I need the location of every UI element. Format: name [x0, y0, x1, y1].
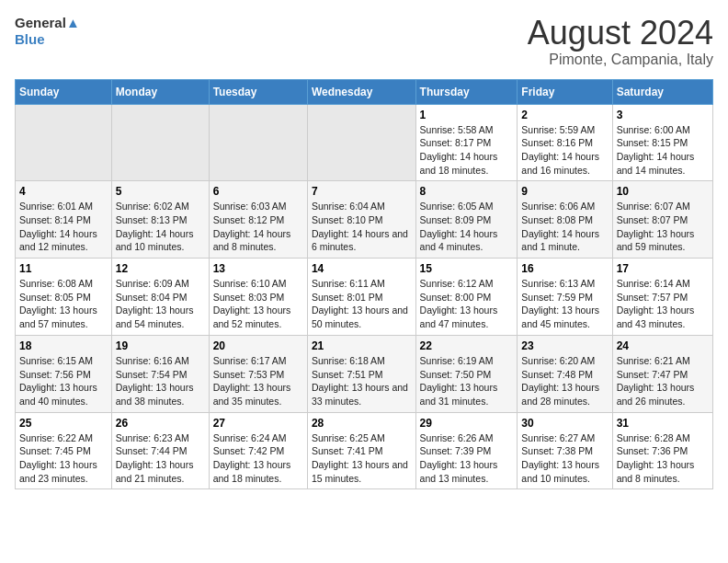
day-number: 11: [19, 262, 108, 275]
day-info: Sunrise: 6:03 AMSunset: 8:12 PMDaylight:…: [213, 201, 291, 252]
day-number: 27: [213, 417, 303, 430]
day-info: Sunrise: 6:13 AMSunset: 7:59 PMDaylight:…: [521, 278, 599, 329]
calendar-week-row: 1 Sunrise: 5:58 AMSunset: 8:17 PMDayligh…: [16, 104, 713, 181]
day-number: 21: [312, 339, 412, 352]
table-row: 2 Sunrise: 5:59 AMSunset: 8:16 PMDayligh…: [518, 104, 612, 181]
day-info: Sunrise: 6:20 AMSunset: 7:48 PMDaylight:…: [521, 355, 599, 407]
table-row: 29 Sunrise: 6:26 AMSunset: 7:39 PMDaylig…: [415, 412, 518, 489]
table-row: [209, 104, 307, 181]
table-row: 3 Sunrise: 6:00 AMSunset: 8:15 PMDayligh…: [612, 104, 712, 181]
table-row: 28 Sunrise: 6:25 AMSunset: 7:41 PMDaylig…: [307, 412, 415, 489]
table-row: [16, 104, 112, 181]
table-row: 1 Sunrise: 5:58 AMSunset: 8:17 PMDayligh…: [415, 104, 518, 181]
day-info: Sunrise: 6:04 AMSunset: 8:10 PMDaylight:…: [312, 201, 408, 252]
calendar-week-row: 4 Sunrise: 6:01 AMSunset: 8:14 PMDayligh…: [16, 181, 713, 259]
day-number: 18: [19, 339, 108, 352]
title-area: August 2024 Pimonte, Campania, Italy: [528, 15, 713, 68]
table-row: 20 Sunrise: 6:17 AMSunset: 7:53 PMDaylig…: [209, 335, 307, 412]
logo-blue-text: Blue: [15, 31, 45, 47]
table-row: 5 Sunrise: 6:02 AMSunset: 8:13 PMDayligh…: [111, 181, 209, 259]
day-info: Sunrise: 6:07 AMSunset: 8:07 PMDaylight:…: [617, 201, 695, 252]
day-info: Sunrise: 6:06 AMSunset: 8:08 PMDaylight:…: [521, 201, 599, 252]
day-info: Sunrise: 6:11 AMSunset: 8:01 PMDaylight:…: [312, 278, 408, 329]
table-row: 4 Sunrise: 6:01 AMSunset: 8:14 PMDayligh…: [16, 181, 112, 259]
logo: General▲ Blue: [15, 15, 80, 47]
table-row: 25 Sunrise: 6:22 AMSunset: 7:45 PMDaylig…: [16, 412, 112, 489]
day-number: 5: [116, 185, 205, 198]
calendar-week-row: 11 Sunrise: 6:08 AMSunset: 8:05 PMDaylig…: [16, 259, 713, 336]
calendar-week-row: 18 Sunrise: 6:15 AMSunset: 7:56 PMDaylig…: [16, 335, 713, 412]
calendar-week-row: 25 Sunrise: 6:22 AMSunset: 7:45 PMDaylig…: [16, 412, 713, 489]
day-number: 30: [521, 417, 608, 430]
calendar-table: Sunday Monday Tuesday Wednesday Thursday…: [15, 79, 713, 490]
page-title: August 2024: [528, 15, 713, 52]
day-number: 28: [312, 417, 412, 430]
day-number: 2: [521, 109, 608, 121]
table-row: 7 Sunrise: 6:04 AMSunset: 8:10 PMDayligh…: [307, 181, 415, 259]
table-row: 14 Sunrise: 6:11 AMSunset: 8:01 PMDaylig…: [307, 259, 415, 336]
table-row: 10 Sunrise: 6:07 AMSunset: 8:07 PMDaylig…: [612, 181, 712, 259]
day-info: Sunrise: 6:01 AMSunset: 8:14 PMDaylight:…: [19, 201, 97, 252]
day-info: Sunrise: 6:17 AMSunset: 7:53 PMDaylight:…: [213, 355, 291, 407]
table-row: 23 Sunrise: 6:20 AMSunset: 7:48 PMDaylig…: [518, 335, 612, 412]
day-info: Sunrise: 6:09 AMSunset: 8:04 PMDaylight:…: [116, 278, 194, 329]
day-info: Sunrise: 6:16 AMSunset: 7:54 PMDaylight:…: [116, 355, 194, 407]
day-info: Sunrise: 6:18 AMSunset: 7:51 PMDaylight:…: [312, 355, 408, 407]
table-row: 21 Sunrise: 6:18 AMSunset: 7:51 PMDaylig…: [307, 335, 415, 412]
day-number: 13: [213, 262, 303, 275]
table-row: 30 Sunrise: 6:27 AMSunset: 7:38 PMDaylig…: [518, 412, 612, 489]
table-row: [307, 104, 415, 181]
day-number: 31: [617, 417, 709, 430]
day-info: Sunrise: 6:02 AMSunset: 8:13 PMDaylight:…: [116, 201, 194, 252]
table-row: 22 Sunrise: 6:19 AMSunset: 7:50 PMDaylig…: [415, 335, 518, 412]
table-row: 26 Sunrise: 6:23 AMSunset: 7:44 PMDaylig…: [111, 412, 209, 489]
day-number: 9: [521, 185, 608, 198]
day-info: Sunrise: 6:23 AMSunset: 7:44 PMDaylight:…: [116, 432, 194, 484]
day-info: Sunrise: 6:12 AMSunset: 8:00 PMDaylight:…: [420, 278, 498, 329]
day-info: Sunrise: 5:58 AMSunset: 8:17 PMDaylight:…: [420, 124, 498, 176]
day-number: 24: [617, 339, 709, 352]
day-info: Sunrise: 6:05 AMSunset: 8:09 PMDaylight:…: [420, 201, 498, 252]
table-row: 9 Sunrise: 6:06 AMSunset: 8:08 PMDayligh…: [518, 181, 612, 259]
day-info: Sunrise: 6:26 AMSunset: 7:39 PMDaylight:…: [420, 432, 498, 484]
table-row: 16 Sunrise: 6:13 AMSunset: 7:59 PMDaylig…: [518, 259, 612, 336]
day-number: 15: [420, 262, 514, 275]
day-number: 4: [19, 185, 108, 198]
logo-general: General: [15, 15, 66, 30]
day-number: 25: [19, 417, 108, 430]
logo-blue: ▲: [66, 15, 80, 30]
day-info: Sunrise: 6:19 AMSunset: 7:50 PMDaylight:…: [420, 355, 498, 407]
day-number: 7: [312, 185, 412, 198]
table-row: 27 Sunrise: 6:24 AMSunset: 7:42 PMDaylig…: [209, 412, 307, 489]
day-number: 20: [213, 339, 303, 352]
header-wednesday: Wednesday: [307, 79, 415, 104]
table-row: 13 Sunrise: 6:10 AMSunset: 8:03 PMDaylig…: [209, 259, 307, 336]
day-info: Sunrise: 6:28 AMSunset: 7:36 PMDaylight:…: [617, 432, 695, 484]
table-row: 19 Sunrise: 6:16 AMSunset: 7:54 PMDaylig…: [111, 335, 209, 412]
table-row: 6 Sunrise: 6:03 AMSunset: 8:12 PMDayligh…: [209, 181, 307, 259]
day-number: 19: [116, 339, 205, 352]
day-info: Sunrise: 6:21 AMSunset: 7:47 PMDaylight:…: [617, 355, 695, 407]
day-info: Sunrise: 6:10 AMSunset: 8:03 PMDaylight:…: [213, 278, 291, 329]
day-number: 16: [521, 262, 608, 275]
header-sunday: Sunday: [16, 79, 112, 104]
table-row: 18 Sunrise: 6:15 AMSunset: 7:56 PMDaylig…: [16, 335, 112, 412]
day-number: 10: [617, 185, 709, 198]
day-info: Sunrise: 6:27 AMSunset: 7:38 PMDaylight:…: [521, 432, 599, 484]
header-thursday: Thursday: [415, 79, 518, 104]
day-info: Sunrise: 6:00 AMSunset: 8:15 PMDaylight:…: [617, 124, 695, 176]
header-tuesday: Tuesday: [209, 79, 307, 104]
day-number: 23: [521, 339, 608, 352]
day-info: Sunrise: 6:08 AMSunset: 8:05 PMDaylight:…: [19, 278, 97, 329]
day-info: Sunrise: 5:59 AMSunset: 8:16 PMDaylight:…: [521, 124, 599, 176]
table-row: 12 Sunrise: 6:09 AMSunset: 8:04 PMDaylig…: [111, 259, 209, 336]
day-number: 14: [312, 262, 412, 275]
day-number: 17: [617, 262, 709, 275]
table-row: [111, 104, 209, 181]
header-friday: Friday: [518, 79, 612, 104]
day-number: 22: [420, 339, 514, 352]
table-row: 15 Sunrise: 6:12 AMSunset: 8:00 PMDaylig…: [415, 259, 518, 336]
table-row: 11 Sunrise: 6:08 AMSunset: 8:05 PMDaylig…: [16, 259, 112, 336]
table-row: 24 Sunrise: 6:21 AMSunset: 7:47 PMDaylig…: [612, 335, 712, 412]
day-info: Sunrise: 6:24 AMSunset: 7:42 PMDaylight:…: [213, 432, 291, 484]
